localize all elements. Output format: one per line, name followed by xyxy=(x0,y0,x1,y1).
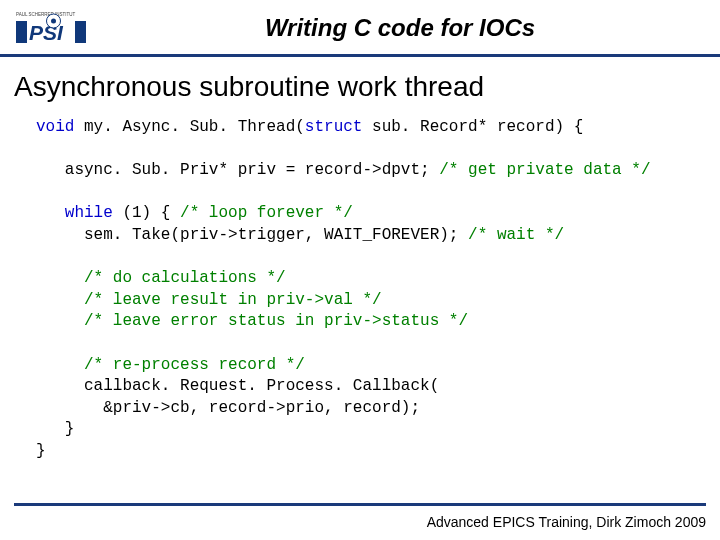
slide-heading: Asynchronous subroutine work thread xyxy=(14,71,706,103)
logo-subtitle: PAUL SCHERRER INSTITUT xyxy=(16,12,76,17)
svg-rect-3 xyxy=(75,21,86,43)
code-comment: /* leave result in priv->val */ xyxy=(36,291,382,309)
code-keyword: struct xyxy=(305,118,363,136)
code-comment: /* get private data */ xyxy=(439,161,650,179)
code-comment: /* do calculations */ xyxy=(36,269,286,287)
code-text: sub. Record* record) { xyxy=(362,118,583,136)
footer-text: Advanced EPICS Training, Dirk Zimoch 200… xyxy=(427,514,706,530)
footer-divider xyxy=(14,503,706,506)
code-comment: /* re-process record */ xyxy=(36,356,305,374)
svg-rect-1 xyxy=(16,21,27,43)
code-text: callback. Request. Process. Callback( xyxy=(36,377,439,395)
code-keyword: void xyxy=(36,118,74,136)
code-text: (1) { xyxy=(113,204,180,222)
slide-header: PAUL SCHERRER INSTITUT PSI Writing C cod… xyxy=(0,0,720,57)
code-text: } xyxy=(36,420,74,438)
code-comment: /* leave error status in priv->status */ xyxy=(36,312,468,330)
code-keyword: while xyxy=(36,204,113,222)
svg-point-5 xyxy=(51,19,56,24)
code-text: my. Async. Sub. Thread( xyxy=(74,118,304,136)
slide-title: Writing C code for IOCs xyxy=(136,14,704,42)
code-comment: /* wait */ xyxy=(468,226,564,244)
psi-logo: PAUL SCHERRER INSTITUT PSI xyxy=(16,10,136,46)
code-text: &priv->cb, record->prio, record); xyxy=(36,399,420,417)
code-comment: /* loop forever */ xyxy=(180,204,353,222)
slide-content: Asynchronous subroutine work thread void… xyxy=(0,57,720,463)
code-block: void my. Async. Sub. Thread(struct sub. … xyxy=(14,117,706,463)
code-text: sem. Take(priv->trigger, WAIT_FOREVER); xyxy=(36,226,468,244)
code-text: async. Sub. Priv* priv = record->dpvt; xyxy=(36,161,439,179)
code-text: } xyxy=(36,442,46,460)
